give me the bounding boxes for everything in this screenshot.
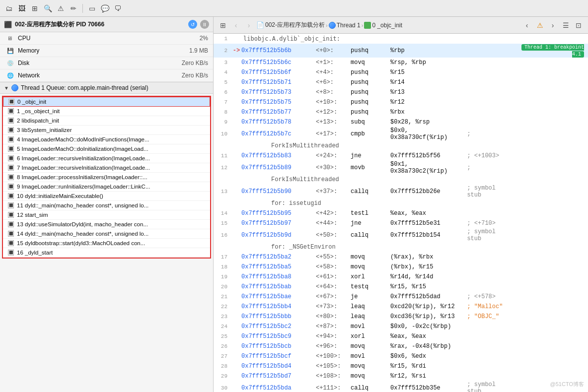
back-button[interactable]: ‹	[230, 20, 241, 31]
stack-frame[interactable]: ⬛ 5 ImageLoaderMachO::doInitialization(I…	[3, 144, 210, 154]
next-nav-button[interactable]: ›	[547, 20, 558, 31]
warning-button[interactable]: ⚠	[534, 20, 545, 31]
table-row[interactable]: 8 0x7fff512b5b77 <+12>: pushq %rbx	[214, 107, 588, 117]
rect-icon[interactable]: ▭	[87, 3, 97, 13]
table-row[interactable]: 3 0x7fff512b5b6c <+1>: movq %rsp, %rbp	[214, 58, 588, 67]
bp-cell	[509, 151, 588, 161]
arrow-cell	[231, 34, 241, 44]
table-row[interactable]: ForkIsMultithreaded	[214, 141, 588, 151]
table-row[interactable]: 2 -> 0x7fff512b5b6b <+0>: pushq %rbp Thr…	[214, 44, 588, 58]
table-row[interactable]: 16 0x7fff512b5b9d <+50>: callq 0x7fff512…	[214, 228, 588, 242]
table-row[interactable]: for: _NSGetEnviron	[214, 242, 588, 252]
table-row[interactable]: 5 0x7fff512b5b71 <+6>: pushq %r14	[214, 77, 588, 87]
stack-frame[interactable]: ⬛ 9 ImageLoader::runInitializers(ImageLo…	[3, 182, 210, 192]
table-row[interactable]: 23 0x7fff512b5bbb <+80>: leaq 0xcd36(%ri…	[214, 312, 588, 322]
arrow-cell	[231, 58, 241, 67]
table-row[interactable]: 21 0x7fff512b5bae <+67>: je 0x7fff512b5d…	[214, 292, 588, 302]
table-row[interactable]: 27 0x7fff512b5bcf <+100>: movl $0x6, %ed…	[214, 351, 588, 361]
comment-cell: ; <+1003>	[463, 151, 509, 161]
table-row[interactable]: 13 0x7fff512b5b90 <+37>: callq 0x7fff512…	[214, 185, 588, 198]
operands-cell: %r15	[390, 67, 463, 77]
refresh-button[interactable]: ↺	[188, 20, 197, 29]
stack-frame[interactable]: ⬛ 4 ImageLoaderMachO::doModInitFunctions…	[3, 135, 210, 144]
table-row[interactable]: 28 0x7fff512b5bd4 <+105>: movq %r15, %rd…	[214, 361, 588, 371]
arrow-cell	[231, 361, 241, 371]
operands-cell: %r14	[390, 77, 463, 87]
bp-cell	[509, 107, 588, 117]
arrow-cell	[231, 292, 241, 302]
thread-collapse-arrow[interactable]: ▼	[4, 85, 9, 91]
view-grid-button[interactable]: ⊞	[218, 20, 228, 31]
table-row[interactable]: 9 0x7fff512b5b78 <+13>: subq $0x28, %rsp	[214, 117, 588, 127]
line-num-cell: 6	[214, 87, 231, 97]
stack-frame[interactable]: ⬛ 2 libdispatch_init	[3, 116, 210, 126]
stack-frame[interactable]: ⬛ 8 ImageLoader::processInitializers(Ima…	[3, 173, 210, 182]
bp-cell	[509, 175, 588, 185]
chat-icon[interactable]: 💬	[100, 3, 110, 13]
stack-frame[interactable]: ⬛ 15 dyldbootstrap::start(dyld3::MachOLo…	[3, 239, 210, 248]
network-icon: 🌐	[7, 72, 15, 79]
list-view-button[interactable]: ☰	[560, 20, 571, 31]
mnemonic-cell: testl	[351, 208, 390, 218]
disasm-content[interactable]: 1 libobjc.A.dylib`_objc_init: 2 -> 0x7ff…	[214, 34, 588, 392]
stack-frame[interactable]: ⬛ 11 dyld::_main(macho_header const*, un…	[3, 201, 210, 210]
comment-cell	[463, 117, 509, 127]
prev-nav-button[interactable]: ‹	[521, 20, 532, 31]
thread-breadcrumb-icon	[329, 22, 336, 29]
bubble-icon[interactable]: 🗨	[113, 3, 123, 13]
operands-cell: $0x0, -0x2c(%rbp)	[390, 322, 463, 331]
forward-button[interactable]: ›	[243, 20, 254, 31]
stack-frame[interactable]: ⬛ 3 libSystem_initializer	[3, 126, 210, 135]
table-row[interactable]: for: issetugid	[214, 198, 588, 208]
table-row[interactable]: 25 0x7fff512b5bc9 <+94>: xorl %eax, %eax	[214, 331, 588, 341]
stack-frame[interactable]: ⬛ 12 start_sim	[3, 210, 210, 220]
frame-icon: ⬛	[8, 231, 14, 237]
split-view-button[interactable]: ⊡	[573, 20, 584, 31]
table-row[interactable]: 14 0x7fff512b5b95 <+42>: testl %eax, %ea…	[214, 208, 588, 218]
line-num-cell: 5	[214, 77, 231, 87]
table-row[interactable]: 29 0x7fff512b5bd7 <+108>: movq %r12, %rs…	[214, 371, 588, 381]
table-row[interactable]: 19 0x7fff512b5ba8 <+61>: xorl %r14d, %r1…	[214, 272, 588, 282]
table-row[interactable]: 18 0x7fff512b5ba5 <+58>: movq (%rbx), %r…	[214, 262, 588, 272]
stack-frame[interactable]: ⬛ 13 dyld::useSimulatorDyld(int, macho_h…	[3, 220, 210, 229]
table-row[interactable]: 4 0x7fff512b5b6f <+4>: pushq %r15	[214, 67, 588, 77]
comment-cell	[463, 351, 509, 361]
search-icon[interactable]: 🔍	[43, 3, 53, 13]
table-row[interactable]: 17 0x7fff512b5ba2 <+55>: movq (%rax), %r…	[214, 252, 588, 262]
stack-frame[interactable]: ⬛ 7 ImageLoader::recursiveInitialization…	[3, 163, 210, 173]
table-row[interactable]: 30 0x7fff512b5bda <+111>: callq 0x7fff51…	[214, 381, 588, 392]
pause-button[interactable]: ⏸	[200, 20, 209, 29]
frame-icon: ⬛	[8, 108, 14, 114]
stack-frame[interactable]: ⬛ 14 dyld::_main(macho_header const*, un…	[3, 229, 210, 239]
arrow-cell	[231, 87, 241, 97]
addr-cell: 0x7fff512b5ba5	[241, 262, 316, 272]
stack-frame[interactable]: ⬛ 1 _os_object_init	[3, 107, 210, 116]
grid-icon[interactable]: ⊞	[30, 3, 40, 13]
frame-icon: ⬛	[8, 240, 14, 246]
table-row[interactable]: 7 0x7fff512b5b75 <+10>: pushq %r12	[214, 97, 588, 107]
table-row[interactable]: 15 0x7fff512b5b97 <+44>: jne 0x7fff512b5…	[214, 218, 588, 228]
stack-frame[interactable]: ⬛ 0 _objc_init	[3, 97, 210, 107]
operands-cell: $0x0, 0x38a730cf(%rip)	[390, 127, 463, 141]
pencil-icon[interactable]: ✏	[69, 3, 78, 13]
table-row[interactable]: 22 0x7fff512b5bb4 <+73>: leaq 0xcd20(%ri…	[214, 302, 588, 312]
table-row[interactable]: 10 0x7fff512b5b7c <+17>: cmpb $0x0, 0x38…	[214, 127, 588, 141]
line-num-cell: 10	[214, 127, 231, 141]
table-row[interactable]: 20 0x7fff512b5bab <+64>: testq %r15, %r1…	[214, 282, 588, 292]
line-num-cell: 17	[214, 252, 231, 262]
warning-icon[interactable]: ⚠	[56, 3, 66, 13]
table-row[interactable]: 11 0x7fff512b5b83 <+24>: jne 0x7fff512b5…	[214, 151, 588, 161]
folder-icon[interactable]: 🗂	[4, 3, 14, 13]
bp-cell	[509, 198, 588, 208]
table-row[interactable]: ForkIsMultithreaded	[214, 175, 588, 185]
stack-frame[interactable]: ⬛ 16 _dyld_start	[3, 248, 210, 258]
table-row[interactable]: 6 0x7fff512b5b73 <+8>: pushq %r13	[214, 87, 588, 97]
table-row[interactable]: 26 0x7fff512b5bcb <+96>: movq %rax, -0x4…	[214, 341, 588, 351]
stack-frame[interactable]: ⬛ 6 ImageLoader::recursiveInitialization…	[3, 154, 210, 163]
breadcrumb-sep2: ›	[362, 22, 364, 28]
image-icon[interactable]: 🖼	[17, 3, 27, 13]
table-row[interactable]: 24 0x7fff512b5bc2 <+87>: movl $0x0, -0x2…	[214, 322, 588, 331]
table-row[interactable]: 12 0x7fff512b5b89 <+30>: movb $0x1, 0x38…	[214, 161, 588, 175]
stack-frame[interactable]: ⬛ 10 dyld::initializeMainExecutable()	[3, 192, 210, 201]
frame-icon: ⬛	[8, 118, 14, 124]
